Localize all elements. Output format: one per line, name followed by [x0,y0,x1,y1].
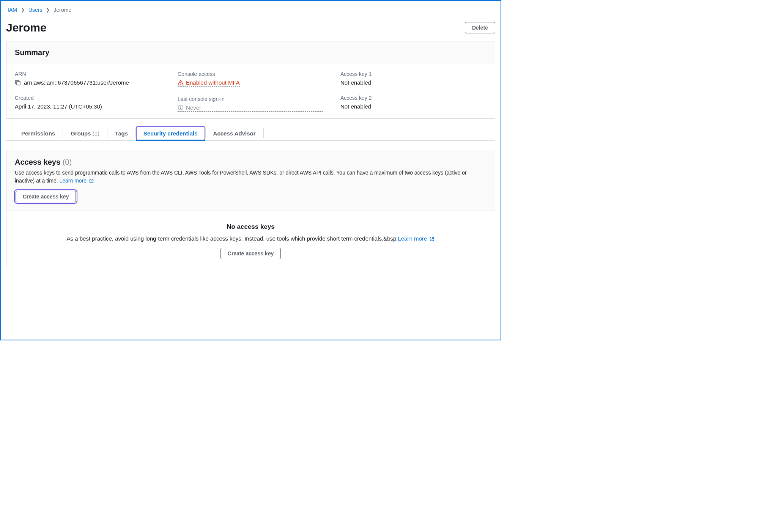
access-keys-title: Access keys (0) [15,158,486,167]
learn-more-link[interactable]: Learn more [60,178,94,184]
summary-console-access: Console access Enabled without MFA [178,71,323,87]
tab-tags[interactable]: Tags [107,126,135,140]
tab-separator [263,128,264,138]
access-keys-description: Use access keys to send programmatic cal… [15,169,486,185]
summary-arn: ARN arn:aws:iam::673706567731:user/Jerom… [15,71,161,86]
breadcrumb-current: Jerome [54,7,71,13]
ak1-value: Not enabled [340,79,486,86]
info-icon [178,104,184,110]
tab-groups-count: (1) [93,130,99,137]
page-title: Jerome [6,21,47,34]
svg-point-5 [180,106,181,107]
delete-button[interactable]: Delete [465,22,495,33]
breadcrumb: IAM ❯ Users ❯ Jerome [6,5,495,16]
breadcrumb-users[interactable]: Users [28,7,43,13]
svg-line-7 [91,179,93,181]
arn-label: ARN [15,71,161,77]
arn-value: arn:aws:iam::673706567731:user/Jerome [24,79,129,86]
chevron-right-icon: ❯ [46,7,50,13]
summary-heading: Summary [15,48,486,57]
external-link-icon [89,178,94,184]
create-access-key-button-empty[interactable]: Create access key [220,248,281,259]
created-value: April 17, 2023, 11:27 (UTC+05:30) [15,103,161,110]
last-signin-value: Never [186,104,201,111]
create-access-key-highlight: Create access key [15,190,77,203]
svg-rect-1 [17,82,20,85]
last-signin-label: Last console sign-in [178,96,323,102]
ak2-label: Access key 2 [340,95,486,101]
tab-security-credentials[interactable]: Security credentials [136,126,205,140]
no-access-keys-title: No access keys [16,223,486,231]
no-access-keys-description: As a best practice, avoid using long-ter… [16,235,486,242]
copy-icon[interactable] [15,80,21,86]
learn-more-link-empty[interactable]: Learn more [398,235,435,242]
ak1-label: Access key 1 [340,71,486,77]
tabs: Permissions Groups (1) Tags Security cre… [6,126,495,141]
access-keys-title-text: Access keys [15,158,60,166]
access-keys-count: (0) [63,158,72,166]
console-access-value: Enabled without MFA [186,79,240,86]
created-label: Created [15,95,161,101]
console-access-label: Console access [178,71,323,77]
svg-point-3 [180,83,181,84]
summary-created: Created April 17, 2023, 11:27 (UTC+05:30… [15,95,161,110]
breadcrumb-iam[interactable]: IAM [8,7,17,13]
create-access-key-button[interactable]: Create access key [16,191,76,202]
no-access-keys-desc-text: As a best practice, avoid using long-ter… [67,235,398,242]
summary-access-key-1: Access key 1 Not enabled [340,71,486,86]
ak2-value: Not enabled [340,103,486,110]
summary-panel: Summary ARN arn:aws:iam::673706567731:us… [6,41,495,119]
tab-permissions[interactable]: Permissions [14,126,63,140]
summary-last-signin: Last console sign-in Never [178,96,323,112]
chevron-right-icon: ❯ [21,7,25,13]
tab-access-advisor[interactable]: Access Advisor [206,126,263,140]
warning-icon [178,80,184,86]
summary-header: Summary [6,41,495,64]
svg-line-8 [432,237,434,239]
summary-access-key-2: Access key 2 Not enabled [340,95,486,110]
tab-groups-label: Groups [71,130,91,137]
access-keys-panel: Access keys (0) Use access keys to send … [6,150,495,267]
tab-groups[interactable]: Groups (1) [63,126,107,140]
external-link-icon [429,236,435,242]
